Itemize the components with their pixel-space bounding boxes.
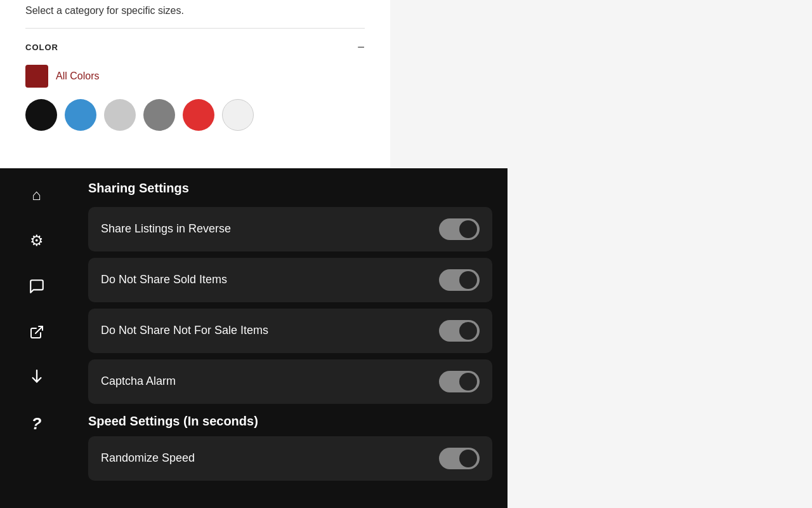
background-panel: Select a category for specific sizes. CO… bbox=[0, 0, 390, 171]
color-circle-blue[interactable] bbox=[65, 99, 96, 131]
svg-line-0 bbox=[36, 326, 43, 333]
sidebar: ⌂ ⚙ ? bbox=[0, 168, 73, 508]
toggle-row-randomize-speed: Randomize Speed bbox=[88, 436, 492, 481]
color-circle-gray[interactable] bbox=[143, 99, 175, 131]
selected-color-swatch[interactable] bbox=[25, 65, 48, 88]
toggle-randomize-speed[interactable] bbox=[439, 448, 480, 469]
collapse-color-icon[interactable]: − bbox=[357, 40, 365, 55]
all-colors-label[interactable]: All Colors bbox=[56, 70, 99, 82]
toggle-label-not-for-sale: Do Not Share Not For Sale Items bbox=[101, 323, 268, 338]
toggle-not-for-sale[interactable] bbox=[439, 320, 480, 342]
subtitle: Select a category for specific sizes. bbox=[25, 0, 365, 17]
settings-icon[interactable]: ⚙ bbox=[23, 227, 51, 255]
all-colors-row: All Colors bbox=[25, 65, 365, 88]
toggle-row-captcha: Captcha Alarm bbox=[88, 359, 492, 404]
external-link-icon[interactable] bbox=[23, 318, 51, 346]
color-circles-row bbox=[25, 99, 365, 131]
chat-icon[interactable] bbox=[23, 272, 51, 300]
color-section-header: COLOR − bbox=[25, 40, 365, 55]
toggle-captcha[interactable] bbox=[439, 371, 480, 392]
color-circle-lightgray[interactable] bbox=[104, 99, 136, 131]
home-icon[interactable]: ⌂ bbox=[23, 181, 51, 209]
toggle-sold-items[interactable] bbox=[439, 269, 480, 291]
color-section-title: COLOR bbox=[25, 43, 58, 52]
toggle-share-listings[interactable] bbox=[439, 218, 480, 240]
toggle-label-share-listings: Share Listings in Reverse bbox=[101, 222, 231, 236]
toggle-label-sold-items: Do Not Share Sold Items bbox=[101, 272, 227, 287]
toggle-row-not-for-sale: Do Not Share Not For Sale Items bbox=[88, 309, 492, 353]
toggle-row-share-listings: Share Listings in Reverse bbox=[88, 207, 492, 251]
toggle-label-captcha: Captcha Alarm bbox=[101, 374, 176, 389]
color-circle-red[interactable] bbox=[183, 99, 214, 131]
sharing-settings-title: Sharing Settings bbox=[88, 181, 492, 196]
color-circle-white[interactable] bbox=[222, 99, 254, 131]
speed-settings-title: Speed Settings (In seconds) bbox=[88, 414, 492, 429]
toggle-label-randomize-speed: Randomize Speed bbox=[101, 451, 195, 465]
help-icon[interactable]: ? bbox=[23, 410, 51, 438]
toggle-row-sold-items: Do Not Share Sold Items bbox=[88, 258, 492, 302]
color-circle-black[interactable] bbox=[25, 99, 57, 131]
overlay-panel: ⌂ ⚙ ? Sharing Settings Share Listin bbox=[0, 168, 508, 508]
download-icon[interactable] bbox=[23, 364, 51, 392]
main-content: Sharing Settings Share Listings in Rever… bbox=[73, 168, 508, 508]
